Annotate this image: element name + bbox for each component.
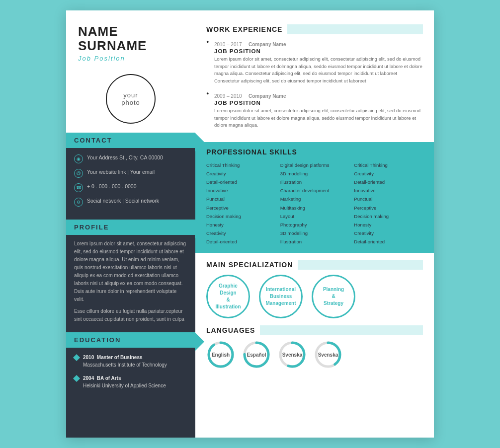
lang-name-1: Español	[247, 352, 266, 357]
skill-item: Innovative	[354, 186, 423, 195]
skill-item: Critical Thinking	[206, 161, 275, 169]
work-item-1: 2010 – 2017 Company Name JOB POSITION Lo…	[206, 39, 423, 85]
skill-item: 3D modelling	[280, 169, 349, 178]
skills-col-1: Critical ThinkingCreativityDetail-orient…	[206, 161, 275, 246]
work-desc-2: Lorem ipsum dolor sit amet, consectetur …	[214, 107, 423, 129]
contact-website: @ Your website link | Your email	[74, 168, 187, 178]
edu-diamond-icon	[73, 354, 80, 361]
skills-grid: Critical ThinkingCreativityDetail-orient…	[206, 161, 423, 246]
skills-section-title: PROFESSIONAL SKILLS	[206, 148, 423, 156]
skill-item: Detail-oriented	[354, 237, 423, 246]
skill-item: Marketing	[280, 195, 349, 203]
spec-accent-bar	[298, 260, 423, 270]
contact-title: CONTACT	[74, 137, 112, 144]
work-position-1: JOB POSITION	[214, 48, 423, 54]
contact-phone: ☎ + 0 . 000 . 000 . 0000	[74, 183, 187, 192]
lang-title-row: LANGUAGES	[206, 325, 423, 335]
edu-item-2: 2004 BA of Arts Helsinki University of A…	[74, 374, 187, 389]
skill-item: Punctual	[206, 195, 275, 203]
work-desc-1: Lorem ipsum dolor sit amet, consectetur …	[214, 56, 423, 85]
skill-item: Honesty	[206, 221, 275, 229]
lang-name-3: Svenska	[318, 352, 338, 357]
profile-para2: Esse cillum dolore eu fugiat nulla paria…	[74, 307, 187, 323]
skill-item: Detail-oriented	[354, 178, 423, 186]
lang-ring-0: English	[206, 340, 235, 369]
left-column: NAME SURNAME Job Position your photo CON…	[66, 10, 195, 438]
photo-area: your photo	[66, 67, 195, 133]
skill-item: Innovative	[206, 186, 275, 195]
skill-item: Honesty	[354, 221, 423, 229]
phone-text: + 0 . 000 . 000 . 0000	[87, 183, 137, 191]
education-title: EDUCATION	[74, 336, 121, 344]
work-position-2: JOB POSITION	[214, 100, 423, 106]
skill-item: Perceptive	[354, 204, 423, 212]
skill-item: Multitasking	[280, 204, 349, 212]
skill-item: Creativity	[354, 229, 423, 237]
skill-item: Character development	[280, 186, 349, 195]
lang-section-title: LANGUAGES	[206, 326, 255, 334]
spec-circle-0: Graphic Design & Illustration	[206, 275, 250, 318]
contact-address: ◉ Your Address St., City, CA 00000	[74, 154, 187, 163]
job-position: Job Position	[78, 55, 185, 62]
work-experience-section: WORK EXPERIENCE 2010 – 2017 Company Name…	[206, 24, 423, 135]
right-column: WORK EXPERIENCE 2010 – 2017 Company Name…	[195, 10, 434, 438]
work-item-2: 2009 – 2010 Company Name JOB POSITION Lo…	[206, 91, 423, 129]
education-header: EDUCATION	[66, 332, 195, 348]
website-text: Your website link | Your email	[87, 168, 155, 176]
candidate-name: NAME SURNAME	[78, 24, 185, 53]
skill-item: Decision making	[206, 212, 275, 221]
skills-col-2: Digital design platforms3D modellingIllu…	[280, 161, 349, 246]
dark-section: CONTACT ◉ Your Address St., City, CA 000…	[66, 133, 195, 438]
contact-items: ◉ Your Address St., City, CA 00000 @ You…	[66, 148, 195, 217]
profile-title: PROFILE	[74, 224, 109, 231]
edu-text-2: 2004 BA of Arts Helsinki University of A…	[83, 374, 166, 389]
work-company-2: Company Name	[249, 93, 286, 99]
skill-item: Critical Thinking	[354, 161, 423, 169]
lang-circles: English Español Svenska Svenska	[206, 340, 423, 369]
skills-section: PROFESSIONAL SKILLS Critical ThinkingCre…	[195, 142, 434, 253]
profile-para1: Lorem ipsum dolor sit amet, consectetur …	[74, 240, 187, 303]
spec-circle-1: International Business Management	[259, 275, 303, 318]
skill-item: Detail-oriented	[206, 178, 275, 186]
specialization-section: MAIN SPECIALIZATION Graphic Design & Ill…	[206, 260, 423, 318]
skill-item: Punctual	[354, 195, 423, 203]
contact-header: CONTACT	[66, 133, 195, 148]
skill-item: Illustration	[280, 237, 349, 246]
skill-item: Layout	[280, 212, 349, 221]
skill-item: Perceptive	[206, 204, 275, 212]
spec-circles: Graphic Design & IllustrationInternation…	[206, 275, 423, 318]
social-text: Social network | Social network	[87, 197, 159, 205]
phone-icon: ☎	[74, 183, 83, 192]
work-accent-bar	[287, 24, 423, 34]
skill-item: Creativity	[206, 229, 275, 237]
spec-circle-2: Planning & Strategy	[312, 275, 355, 318]
profile-content: Lorem ipsum dolor sit amet, consectetur …	[66, 235, 195, 328]
location-icon: ◉	[74, 154, 83, 163]
skills-col-3: Critical ThinkingCreativityDetail-orient…	[354, 161, 423, 246]
edu-item-1: 2010 Master of Business Massachusetts In…	[74, 354, 187, 369]
skill-item: Digital design platforms	[280, 161, 349, 169]
work-company-1: Company Name	[249, 42, 286, 47]
email-icon: @	[74, 169, 83, 178]
work-section-title: WORK EXPERIENCE	[206, 25, 282, 33]
skill-item: Detail-oriented	[206, 237, 275, 246]
photo-placeholder: your photo	[106, 74, 156, 124]
resume-document: NAME SURNAME Job Position your photo CON…	[66, 10, 434, 438]
name-section: NAME SURNAME Job Position	[66, 10, 195, 67]
lang-ring-1: Español	[242, 340, 271, 369]
lang-accent-bar	[260, 325, 423, 335]
profile-header: PROFILE	[66, 220, 195, 235]
edu-text-1: 2010 Master of Business Massachusetts In…	[83, 354, 167, 369]
lang-ring-2: Svenska	[278, 340, 307, 369]
skill-item: Illustration	[280, 178, 349, 186]
lang-item-0: English	[206, 340, 235, 369]
lang-name-0: English	[212, 352, 230, 357]
lang-item-1: Español	[242, 340, 271, 369]
lang-item-2: Svenska	[278, 340, 307, 369]
skill-item: Creativity	[206, 169, 275, 178]
work-years-2: 2009 – 2010	[214, 93, 242, 99]
skill-item: Photography	[280, 221, 349, 229]
edu-diamond-icon-2	[73, 375, 80, 382]
lang-ring-3: Svenska	[314, 340, 342, 369]
skill-item: Creativity	[354, 169, 423, 178]
